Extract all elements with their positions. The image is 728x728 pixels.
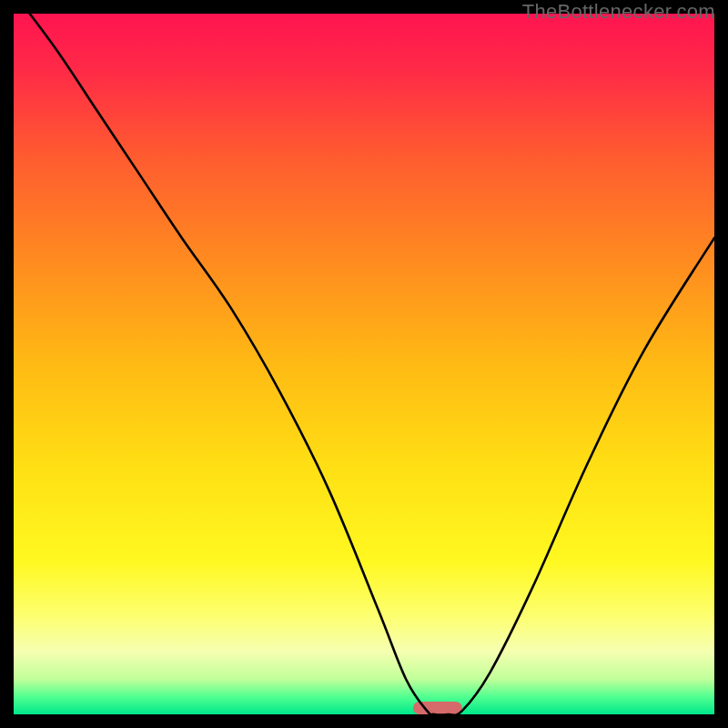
plot-area <box>14 14 714 714</box>
credit-text: TheBottlenecker.com <box>522 0 715 24</box>
chart-frame: TheBottlenecker.com <box>0 0 728 728</box>
plot-background <box>14 14 714 714</box>
chart-svg <box>14 14 714 714</box>
